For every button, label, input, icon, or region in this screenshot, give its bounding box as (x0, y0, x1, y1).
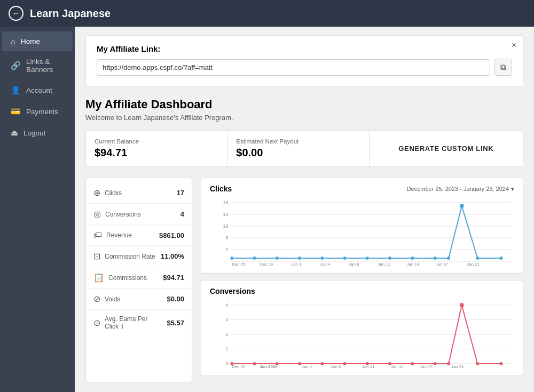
svg-text:18: 18 (223, 200, 229, 205)
content-row: ⊕ Clicks 17 ◎ Conversions 4 🏷 Revenue $8… (85, 178, 523, 382)
stats-bar: Current Balance $94.71 Estimated Next Pa… (85, 130, 523, 167)
logout-icon: ⏏ (11, 128, 18, 138)
svg-text:1: 1 (225, 346, 228, 351)
svg-text:Jan 14: Jan 14 (391, 364, 404, 369)
affiliate-link-title: My Affiliate Link: (97, 44, 512, 53)
conversions-chart-container: Conversions 4 3 2 1 0 (201, 280, 523, 376)
metric-commissions: 📋 Commissions $94.71 (86, 267, 192, 289)
metrics-panel: ⊕ Clicks 17 ◎ Conversions 4 🏷 Revenue $8… (85, 178, 192, 382)
sidebar-item-links-banners[interactable]: 🔗 Links & Banners (2, 52, 73, 79)
main-content: × My Affiliate Link: ⧉ My Affiliate Dash… (75, 27, 534, 392)
svg-text:Jan 17: Jan 17 (420, 364, 433, 369)
svg-text:Dec 25: Dec 25 (232, 262, 245, 267)
metric-revenue-label: Revenue (106, 231, 155, 239)
svg-text:Jan 4: Jan 4 (302, 364, 312, 369)
metric-voids-label: Voids (105, 295, 162, 303)
charts-panel: Clicks December 25, 2023 - January 23, 2… (201, 178, 523, 382)
conversions-chart-title: Conversions (210, 287, 255, 295)
conversions-chart-svg: 4 3 2 1 0 Dec 25 Jan 2024 Jan 4 Jan 8 Ja… (210, 300, 514, 369)
link-icon: 🔗 (11, 61, 21, 70)
svg-point-26 (366, 257, 369, 260)
svg-point-29 (434, 257, 437, 260)
svg-text:Jan 21: Jan 21 (451, 364, 464, 369)
svg-text:Jan 1: Jan 1 (291, 262, 302, 267)
copy-icon: ⧉ (500, 62, 506, 71)
estimated-payout-cell: Estimated Next Payout $0.00 (227, 131, 369, 166)
voids-icon: ⊘ (93, 294, 100, 304)
sidebar-item-home[interactable]: ⌂ Home (2, 31, 73, 51)
sidebar-item-logout[interactable]: ⏏ Logout (2, 123, 73, 143)
metric-commission-rate: ⊡ Commission Rate 11.00% (86, 246, 192, 267)
svg-text:Jan 11: Jan 11 (362, 364, 375, 369)
svg-point-60 (411, 362, 414, 365)
metric-commissions-label: Commissions (108, 274, 159, 282)
svg-point-52 (230, 362, 233, 365)
metric-avg-earns-label: Avg. Earns Per Click ℹ (105, 315, 162, 330)
metric-clicks-label: Clicks (105, 189, 172, 197)
svg-point-56 (320, 362, 324, 365)
info-icon[interactable]: ℹ (121, 323, 123, 330)
metric-voids-value: $0.00 (167, 295, 184, 303)
svg-text:Jan 21: Jan 21 (467, 262, 480, 267)
commissions-icon: 📋 (93, 273, 104, 283)
account-icon: 👤 (11, 85, 21, 95)
clicks-chart-title: Clicks (210, 185, 232, 193)
metric-clicks-value: 17 (177, 189, 184, 197)
svg-text:0: 0 (225, 361, 228, 366)
svg-text:Dec 25: Dec 25 (232, 364, 245, 369)
svg-text:4: 4 (225, 302, 228, 308)
svg-point-53 (253, 362, 256, 365)
svg-point-57 (343, 362, 347, 365)
sidebar: ⌂ Home 🔗 Links & Banners 👤 Account 💳 Pay… (0, 27, 75, 392)
current-balance-cell: Current Balance $94.71 (86, 131, 227, 166)
svg-point-63 (460, 303, 464, 307)
svg-text:Jan 4: Jan 4 (320, 262, 331, 267)
sidebar-item-account[interactable]: 👤 Account (2, 80, 73, 100)
svg-text:14: 14 (223, 212, 229, 217)
close-button[interactable]: × (512, 41, 516, 50)
estimated-payout-label: Estimated Next Payout (236, 138, 360, 145)
clicks-icon: ⊕ (93, 188, 100, 198)
svg-point-27 (388, 257, 391, 260)
svg-point-24 (320, 257, 324, 260)
copy-button[interactable]: ⧉ (494, 59, 512, 76)
generate-custom-link-button[interactable]: GENERATE CUSTOM LINK (370, 131, 523, 166)
sidebar-item-label: Logout (23, 129, 45, 137)
avg-earns-icon: ⊙ (93, 318, 100, 328)
sidebar-item-label: Links & Banners (26, 58, 64, 74)
clicks-chart-svg: 18 14 10 6 2 Dec 25 Dec 29 Jan 1 Jan 4 J… (210, 197, 514, 267)
sidebar-item-label: Account (26, 86, 52, 94)
affiliate-link-card: × My Affiliate Link: ⧉ (85, 35, 523, 87)
svg-point-62 (447, 362, 450, 365)
svg-point-55 (298, 362, 301, 365)
svg-point-21 (253, 257, 256, 260)
date-range-selector[interactable]: December 25, 2023 - January 23, 2024 ▾ (407, 186, 514, 193)
svg-text:Jan 11: Jan 11 (378, 262, 390, 267)
svg-point-28 (411, 257, 414, 260)
home-icon: ⌂ (11, 37, 15, 46)
svg-text:Jan 8: Jan 8 (331, 364, 341, 369)
back-icon: ← (12, 9, 20, 18)
svg-text:Jan 2024: Jan 2024 (260, 364, 278, 369)
sidebar-item-payments[interactable]: 💳 Payments (2, 101, 73, 122)
sidebar-item-label: Payments (26, 108, 58, 116)
current-balance-label: Current Balance (95, 138, 218, 145)
metric-commission-rate-label: Commission Rate (105, 253, 156, 260)
top-bar: ← Learn Japanese (0, 0, 534, 27)
svg-point-65 (499, 362, 502, 365)
svg-point-23 (298, 257, 301, 260)
svg-point-20 (230, 257, 233, 260)
affiliate-link-input[interactable] (97, 59, 490, 76)
metric-revenue-value: $861.00 (159, 231, 184, 239)
estimated-payout-value: $0.00 (236, 147, 360, 159)
svg-point-25 (343, 257, 347, 260)
dashboard-subtitle: Welcome to Learn Japanese's Affiliate Pr… (85, 114, 523, 122)
svg-text:Dec 29: Dec 29 (260, 262, 273, 267)
metric-avg-earns-value: $5.57 (167, 319, 184, 327)
chevron-down-icon: ▾ (511, 186, 514, 193)
payments-icon: 💳 (11, 107, 21, 116)
svg-point-22 (276, 257, 279, 260)
metric-avg-earns: ⊙ Avg. Earns Per Click ℹ $5.57 (86, 310, 192, 335)
back-button[interactable]: ← (9, 6, 23, 21)
svg-point-64 (476, 362, 479, 365)
